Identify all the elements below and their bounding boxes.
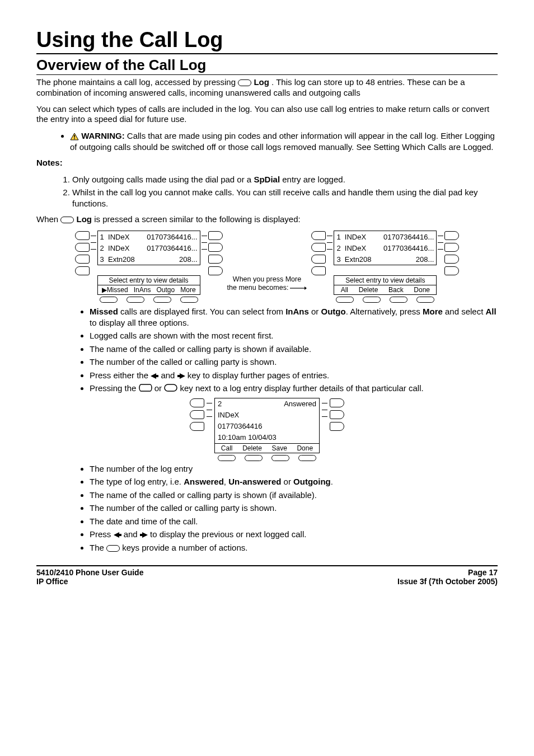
softkey-icon xyxy=(153,297,171,303)
feature-button-icon xyxy=(330,398,344,407)
lcd-detail: 2Answered INDeX 01770364416 10:10am 10/0… xyxy=(214,398,320,444)
diagram-call-log-screens: 1 INDeX01707364416... 2 INDeX01770364416… xyxy=(36,231,498,303)
svg-marker-5 xyxy=(151,373,158,379)
intro-para-1: The phone maintains a call log, accessed… xyxy=(36,77,498,98)
list-item: The name of the called or calling party … xyxy=(90,490,498,501)
svg-rect-2 xyxy=(74,138,75,139)
feature-button-icon xyxy=(311,243,326,252)
diagram-call-detail: 2Answered INDeX 01770364416 10:10am 10/0… xyxy=(36,398,498,461)
feature-button-icon xyxy=(311,266,326,275)
arrow-right-icon xyxy=(177,373,185,379)
lcd-list-left: 1 INDeX01707364416... 2 INDeX01770364416… xyxy=(97,231,200,265)
feature-button-icon xyxy=(444,255,459,264)
text: Only outgoing calls made using the dial … xyxy=(72,175,254,184)
spdial-label: SpDial xyxy=(254,175,280,184)
log-label: Log xyxy=(254,77,269,87)
warning-item: WARNING: Calls that are made using pin c… xyxy=(70,130,498,152)
feature-button-icon xyxy=(311,231,326,240)
list-item: Logged calls are shown with the most rec… xyxy=(90,330,498,341)
svg-marker-10 xyxy=(140,532,148,538)
softkey-icon xyxy=(390,297,407,303)
footer-doc-title: 5410/2410 Phone User Guide xyxy=(36,568,143,577)
feature-button-right-icon xyxy=(164,383,177,395)
page-title: Using the Call Log xyxy=(36,28,498,54)
arrow-left-icon xyxy=(114,532,121,538)
text: When xyxy=(36,214,60,224)
lcd-hint: Select entry to view details xyxy=(334,275,437,285)
feature-button-icon xyxy=(75,266,90,275)
feature-button-icon xyxy=(444,243,459,252)
footer-product: IP Office xyxy=(36,577,143,586)
softkey-icon xyxy=(218,455,236,461)
lcd-hint: Select entry to view details xyxy=(97,275,200,285)
svg-rect-7 xyxy=(139,384,152,391)
arrow-right-icon xyxy=(140,532,148,538)
softkey-icon xyxy=(298,455,316,461)
list-item: Press and to display the previous or nex… xyxy=(90,529,498,540)
list-item: The name of the called or calling party … xyxy=(90,344,498,355)
transition-label: When you press More the menu becomes: xyxy=(227,242,307,292)
text: The phone maintains a call log, accessed… xyxy=(36,77,238,87)
log-button-icon xyxy=(238,79,251,86)
feature-button-icon xyxy=(444,266,459,275)
notes-heading: Notes: xyxy=(36,158,498,168)
list-item: Missed calls are displayed first. You ca… xyxy=(90,306,498,328)
softkey-icon xyxy=(127,297,144,303)
list-item: The number of the called or calling part… xyxy=(90,356,498,368)
note-item-1: Only outgoing calls made using the dial … xyxy=(72,174,498,185)
list-item: Pressing the or key next to a log entry … xyxy=(90,383,498,395)
log-label: Log xyxy=(77,214,92,224)
feature-button-icon xyxy=(330,422,344,431)
list-item: The keys provide a number of actions. xyxy=(90,542,498,553)
section-title: Overview of the Call Log xyxy=(36,57,498,75)
svg-marker-6 xyxy=(177,373,185,379)
softkey-icon xyxy=(271,455,289,461)
svg-marker-4 xyxy=(305,287,307,290)
list-item: The date and time of the call. xyxy=(90,516,498,527)
feature-button-icon xyxy=(190,422,204,431)
svg-marker-9 xyxy=(114,532,121,538)
softkey-icon xyxy=(416,297,434,303)
feature-button-icon xyxy=(208,243,223,252)
warning-text: Calls that are made using pin codes and … xyxy=(70,131,495,152)
svg-rect-1 xyxy=(74,135,75,138)
lcd-softmenu-left: ▶Missed InAns Outgo More xyxy=(97,285,200,295)
list-item: Press either the and key to display furt… xyxy=(90,370,498,381)
feature-button-icon xyxy=(208,255,223,264)
lcd-detail-softmenu: Call Delete Save Done xyxy=(214,444,320,453)
log-button-icon xyxy=(60,217,74,223)
softkey-icon xyxy=(180,297,198,303)
feature-button-left-icon xyxy=(139,383,152,395)
softkey-oval-icon xyxy=(106,545,120,552)
softkey-icon xyxy=(336,297,354,303)
feature-button-icon xyxy=(75,255,90,264)
footer-issue: Issue 3f (7th October 2005) xyxy=(397,577,498,586)
softkey-icon xyxy=(100,297,118,303)
lcd-list-right: 1 INDeX01707364416... 2 INDeX01770364416… xyxy=(334,231,437,265)
note-item-2: Whilst in the call log you cannot make c… xyxy=(72,187,498,209)
list-item: The number of the called or calling part… xyxy=(90,503,498,514)
feature-button-icon xyxy=(75,231,90,240)
feature-button-icon xyxy=(208,266,223,275)
list-item: The number of the log entry xyxy=(90,463,498,475)
intro-para-2: You can select which types of calls are … xyxy=(36,104,498,125)
feature-button-icon xyxy=(311,255,326,264)
when-log-text: When Log is pressed a screen similar to … xyxy=(36,214,498,225)
feature-button-icon xyxy=(75,243,90,252)
softkey-icon xyxy=(363,297,381,303)
feature-button-icon xyxy=(208,231,223,240)
lcd-softmenu-right: All Delete Back Done xyxy=(334,285,437,295)
warning-label: WARNING: xyxy=(81,131,125,140)
text: is pressed a screen similar to the follo… xyxy=(94,214,301,224)
softkey-icon xyxy=(245,455,263,461)
text: entry are logged. xyxy=(280,175,345,184)
warning-icon xyxy=(70,133,79,140)
feature-button-icon xyxy=(330,410,344,419)
svg-rect-8 xyxy=(165,384,177,391)
feature-button-icon xyxy=(444,231,459,240)
list-item: The type of log entry, i.e. Answered, Un… xyxy=(90,476,498,487)
feature-button-icon xyxy=(190,410,204,419)
footer-page-num: Page 17 xyxy=(397,568,498,577)
page-footer: 5410/2410 Phone User Guide IP Office Pag… xyxy=(36,568,498,586)
arrow-left-icon xyxy=(151,373,158,379)
